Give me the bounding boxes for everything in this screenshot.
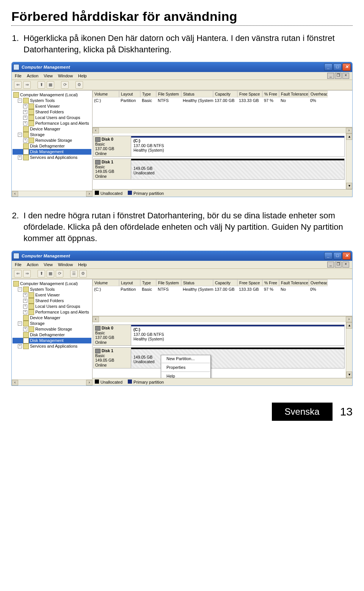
tree-local-users[interactable]: Local Users and Groups <box>35 115 80 121</box>
volume-row[interactable]: (C:) Partition Basic NTFS Healthy (Syste… <box>93 97 352 103</box>
disk-0-row[interactable]: Disk 0 Basic 137.00 GB Online (C:) 137.0… <box>93 325 345 346</box>
scroll-left-icon[interactable]: ‹ <box>93 317 99 322</box>
context-new-partition[interactable]: New Partition... <box>161 355 210 362</box>
console-tree[interactable]: Computer Management (Local) −System Tool… <box>12 279 93 379</box>
refresh-button[interactable]: ⟳ <box>61 81 69 89</box>
tree-shared-folders[interactable]: Shared Folders <box>35 298 64 304</box>
up-button[interactable]: ⬆ <box>38 81 45 89</box>
disk-1-unallocated[interactable]: 149.05 GB Unallocated <box>131 159 344 179</box>
tree-root[interactable]: Computer Management (Local) <box>20 92 78 98</box>
expand-icon[interactable]: + <box>23 104 27 108</box>
titlebar[interactable]: Computer Management _ □ ✕ <box>12 251 352 261</box>
menu-help[interactable]: Help <box>78 262 87 267</box>
col-volume[interactable]: Volume <box>93 91 119 97</box>
expand-icon[interactable]: + <box>23 299 27 303</box>
minimize-button[interactable]: _ <box>324 63 333 71</box>
tree-scrollbar[interactable]: ‹ › <box>12 379 93 386</box>
mdi-minimize[interactable]: _ <box>327 73 334 79</box>
scroll-right-icon[interactable]: › <box>86 191 93 197</box>
tree-defrag[interactable]: Disk Defragmenter <box>30 332 65 338</box>
console-tree[interactable]: Computer Management (Local) −System Tool… <box>12 91 93 191</box>
col-capacity[interactable]: Capacity <box>213 279 237 286</box>
tree-event-viewer[interactable]: Event Viewer <box>35 103 60 109</box>
forward-button[interactable]: ⇒ <box>23 270 31 277</box>
maximize-button[interactable]: □ <box>333 63 342 71</box>
scroll-down-icon[interactable]: ▾ <box>346 372 352 378</box>
col-type[interactable]: Type <box>140 279 156 286</box>
tree-perf-logs[interactable]: Performance Logs and Alerts <box>35 121 89 126</box>
collapse-icon[interactable]: − <box>18 133 22 137</box>
col-filesystem[interactable]: File System <box>156 91 181 97</box>
col-status[interactable]: Status <box>181 91 213 97</box>
titlebar[interactable]: Computer Management _ □ ✕ <box>12 62 352 72</box>
scroll-right-icon[interactable]: › <box>346 128 352 133</box>
close-button[interactable]: ✕ <box>342 63 351 71</box>
menu-view[interactable]: View <box>44 262 53 267</box>
up-button[interactable]: ⬆ <box>38 270 45 277</box>
disk-0-partition-c[interactable]: (C:) 137.00 GB NTFS Healthy (System) <box>131 136 344 157</box>
col-volume[interactable]: Volume <box>93 279 119 286</box>
col-overhead[interactable]: Overhead <box>309 279 328 286</box>
tree-scrollbar[interactable]: ‹ › <box>12 191 93 197</box>
col-freespace[interactable]: Free Space <box>237 279 262 286</box>
back-button[interactable]: ⇐ <box>14 81 22 89</box>
expand-icon[interactable]: + <box>23 121 27 125</box>
disk-1-row[interactable]: Disk 1 Basic 149.05 GB Online 149.05 GB … <box>93 158 345 180</box>
tree-services[interactable]: Services and Applications <box>30 155 77 160</box>
disk-pane-scrollbar[interactable]: ▴ ▾ <box>346 133 352 189</box>
tree-services[interactable]: Services and Applications <box>30 343 77 349</box>
mdi-close[interactable]: × <box>342 262 349 268</box>
expand-icon[interactable]: + <box>23 310 27 314</box>
tree-perf-logs[interactable]: Performance Logs and Alerts <box>35 309 89 315</box>
close-button[interactable]: ✕ <box>342 252 351 260</box>
collapse-icon[interactable]: − <box>18 321 22 326</box>
expand-icon[interactable]: + <box>23 293 27 297</box>
menu-window[interactable]: Window <box>58 74 73 78</box>
expand-icon[interactable]: + <box>23 110 27 114</box>
volume-scrollbar[interactable]: ‹ › <box>93 127 352 133</box>
menu-window[interactable]: Window <box>58 262 73 267</box>
tree-defrag[interactable]: Disk Defragmenter <box>30 143 65 149</box>
tree-disk-management[interactable]: Disk Management <box>30 338 64 343</box>
col-filesystem[interactable]: File System <box>156 279 181 286</box>
mdi-minimize[interactable]: _ <box>327 262 334 268</box>
collapse-icon[interactable]: − <box>18 287 22 292</box>
list-button[interactable]: ☰ <box>70 270 78 277</box>
scroll-right-icon[interactable]: › <box>346 317 352 322</box>
tree-storage[interactable]: Storage <box>30 132 45 138</box>
menu-help[interactable]: Help <box>78 74 87 78</box>
tree-removable[interactable]: Removable Storage <box>35 138 72 143</box>
col-pctfree[interactable]: % Free <box>262 91 279 97</box>
col-overhead[interactable]: Overhead <box>309 91 328 97</box>
expand-icon[interactable]: + <box>18 344 22 348</box>
scroll-down-icon[interactable]: ▾ <box>346 183 352 189</box>
col-pctfree[interactable]: % Free <box>262 279 279 286</box>
back-button[interactable]: ⇐ <box>14 270 22 277</box>
menu-file[interactable]: File <box>15 74 22 78</box>
col-status[interactable]: Status <box>181 279 213 286</box>
minimize-button[interactable]: _ <box>324 252 333 260</box>
mdi-restore[interactable]: ❐ <box>335 262 342 268</box>
properties-button[interactable]: ▦ <box>47 81 54 89</box>
col-layout[interactable]: Layout <box>119 279 140 286</box>
volume-list[interactable]: Volume Layout Type File System Status Ca… <box>93 279 352 316</box>
collapse-icon[interactable]: − <box>18 99 22 103</box>
tree-storage[interactable]: Storage <box>30 321 45 326</box>
menu-action[interactable]: Action <box>27 262 39 267</box>
scroll-right-icon[interactable]: › <box>86 380 93 386</box>
col-type[interactable]: Type <box>140 91 156 97</box>
col-freespace[interactable]: Free Space <box>237 91 262 97</box>
volume-scrollbar[interactable]: ‹ › <box>93 316 352 322</box>
context-menu[interactable]: New Partition... Properties Help <box>161 355 211 378</box>
maximize-button[interactable]: □ <box>333 252 342 260</box>
col-fault[interactable]: Fault Tolerance <box>279 91 309 97</box>
tree-root[interactable]: Computer Management (Local) <box>20 281 78 287</box>
forward-button[interactable]: ⇒ <box>23 81 31 89</box>
context-properties[interactable]: Properties <box>161 364 210 371</box>
disk-1-row[interactable]: Disk 1 Basic 149.05 GB Online 149.05 GB … <box>93 347 345 368</box>
mdi-restore[interactable]: ❐ <box>335 73 342 79</box>
expand-icon[interactable]: + <box>23 116 27 120</box>
mdi-close[interactable]: × <box>342 73 349 79</box>
disk-0-partition-c[interactable]: (C:) 137.00 GB NTFS Healthy (System) <box>131 325 344 345</box>
volume-row[interactable]: (C:) Partition Basic NTFS Healthy (Syste… <box>93 286 352 292</box>
